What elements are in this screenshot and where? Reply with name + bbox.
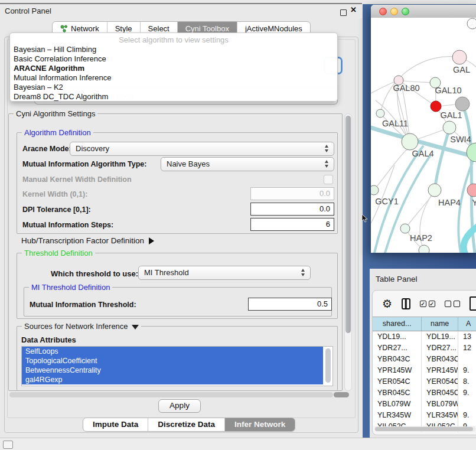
table-cell: YER054C: [422, 376, 458, 387]
column-header[interactable]: A: [458, 317, 476, 331]
node-label: GAL80: [393, 83, 419, 93]
table-cell: YDL19...: [373, 331, 422, 343]
network-node[interactable]: [402, 133, 418, 150]
network-edge: [380, 57, 459, 113]
expanded-arrow-icon: [132, 325, 139, 330]
node-label: HAP2: [410, 233, 432, 243]
algorithm-option[interactable]: ARACNE Algorithm: [10, 64, 337, 73]
network-node[interactable]: [428, 184, 441, 197]
network-node[interactable]: [455, 97, 470, 111]
data-attributes-label: Data Attributes: [21, 335, 76, 344]
tab-infer-network[interactable]: Infer Network: [225, 418, 295, 431]
algorithm-option[interactable]: Bayesian – K2: [10, 83, 337, 92]
new-table-icon[interactable]: [470, 296, 476, 311]
table-cell: YLR345W: [373, 410, 422, 421]
node-label: GAL4: [412, 149, 433, 158]
table-row[interactable]: YBL079WYBL079W: [373, 399, 476, 410]
tab-impute-data[interactable]: Impute Data: [83, 418, 148, 431]
tab-discretize-data[interactable]: Discretize Data: [148, 418, 225, 431]
table-row[interactable]: YLR345WYLR345W9.: [373, 410, 476, 421]
network-node[interactable]: [443, 121, 456, 134]
network-node[interactable]: [467, 143, 476, 162]
settings-vertical-scrollbar[interactable]: [344, 113, 352, 391]
control-panel-titlebar: Control Panel ✕: [0, 4, 362, 18]
which-threshold-combo[interactable]: MI Threshold: [138, 266, 311, 280]
zoom-traffic-light-icon[interactable]: [402, 8, 409, 15]
table-row[interactable]: YPR145WYPR145W9.: [373, 365, 476, 376]
node-table[interactable]: shared...nameA YDL19...YDL19...13YDR27..…: [373, 317, 476, 426]
close-traffic-light-icon[interactable]: [379, 8, 387, 15]
control-panel-title: Control Panel: [5, 6, 51, 15]
aracne-mode-combo[interactable]: Discovery: [70, 142, 334, 156]
network-edge: [435, 129, 449, 190]
algorithm-definition-legend: Algorithm Definition: [22, 128, 93, 137]
table-cell: 8.: [458, 376, 476, 387]
gear-icon[interactable]: ⚙: [382, 298, 392, 309]
table-cell: 13: [458, 331, 476, 343]
column-header[interactable]: name: [422, 317, 458, 331]
table-row[interactable]: YER054CYER054C8.: [373, 376, 476, 387]
list-scrollbar[interactable]: [325, 348, 331, 383]
kernel-width-field[interactable]: 0.0: [250, 187, 334, 200]
close-panel-icon[interactable]: ✕: [350, 5, 357, 14]
minimize-traffic-light-icon[interactable]: [390, 8, 398, 15]
apply-button[interactable]: Apply: [158, 399, 201, 413]
network-node[interactable]: [452, 50, 467, 64]
table-cell: YBR045C: [373, 387, 422, 399]
column-header[interactable]: shared...: [373, 317, 422, 331]
table-cell: YLR345W: [422, 410, 458, 421]
table-toolbar: ⚙ ✓✓: [373, 291, 476, 317]
settings-horizontal-scrollbar[interactable]: [8, 392, 350, 398]
table-rows: YDL19...YDL19...13YDR27...YDR27...12YBR0…: [373, 331, 476, 432]
table-row[interactable]: YDL19...YDL19...13: [373, 331, 476, 343]
table-horizontal-scrollbar[interactable]: [374, 426, 476, 432]
network-node[interactable]: [467, 18, 476, 29]
network-node[interactable]: [431, 101, 441, 112]
attribute-item[interactable]: BetweennessCentrality: [22, 366, 323, 375]
float-panel-icon[interactable]: [340, 9, 347, 16]
network-node[interactable]: [376, 109, 384, 118]
columns-icon[interactable]: [402, 298, 410, 309]
node-label: GAL: [453, 65, 470, 74]
mi-threshold-field[interactable]: 0.5: [248, 298, 332, 311]
deselect-all-columns-icon[interactable]: [445, 301, 460, 307]
node-label: GAL10: [435, 86, 461, 95]
minimized-panel-icon[interactable]: [3, 441, 13, 449]
dpi-tolerance-field[interactable]: 0.0: [250, 203, 334, 216]
mi-steps-label: Mutual Information Steps:: [22, 221, 113, 229]
network-node[interactable]: [371, 185, 379, 195]
table-cell: 12: [458, 343, 476, 354]
table-cell: YBL079W: [373, 399, 422, 410]
table-row[interactable]: YDR27...YDR27...12: [373, 343, 476, 354]
attribute-item[interactable]: SelfLoops: [22, 347, 323, 356]
algorithm-option[interactable]: Mutual Information Inference: [10, 73, 337, 83]
algorithm-option[interactable]: Bayesian – Hill Climbing: [10, 45, 337, 54]
network-node[interactable]: [400, 224, 410, 233]
algorithm-option[interactable]: Dream8 DC_TDC Algorithm: [10, 92, 337, 102]
table-cell: YPR145W: [422, 365, 458, 376]
network-canvas[interactable]: GALGAL80GAL10GAL1GAL11SWI4GAL4GCY1HAP4YH…: [371, 18, 476, 253]
network-window-titlebar[interactable]: [371, 5, 476, 18]
attribute-item[interactable]: TopologicalCoefficient: [22, 356, 323, 366]
table-cell: 9.: [458, 410, 476, 421]
sources-legend[interactable]: Sources for Network Inference: [22, 322, 141, 331]
network-node[interactable]: [467, 184, 476, 197]
table-cell: YDR27...: [422, 343, 458, 354]
manual-kernel-width-checkbox[interactable]: [324, 175, 333, 184]
table-panel-title: Table Panel: [376, 275, 418, 283]
select-all-columns-icon[interactable]: ✓✓: [420, 301, 435, 307]
table-row[interactable]: YBR043CYBR043C: [373, 354, 476, 365]
mi-threshold-definition-legend: MI Threshold Definition: [29, 283, 112, 292]
data-attributes-list[interactable]: SelfLoopsTopologicalCoefficientBetweenne…: [21, 346, 333, 386]
hub-definition-toggle[interactable]: Hub/Transcription Factor Definition: [21, 236, 154, 245]
attribute-item[interactable]: gal4RGexp: [22, 375, 323, 384]
table-row[interactable]: YBR045CYBR045C9.: [373, 387, 476, 399]
status-strip: [0, 438, 476, 450]
network-node[interactable]: [419, 245, 429, 253]
algorithm-option[interactable]: Basic Correlation Inference: [10, 54, 337, 64]
mi-steps-field[interactable]: 6: [250, 218, 334, 231]
table-cell: 9.: [458, 365, 476, 376]
node-label: GCY1: [375, 197, 399, 206]
mi-algorithm-type-combo[interactable]: Naive Bayes: [161, 157, 334, 171]
algorithm-dropdown-popup: Select algorithm to view settings Bayesi…: [9, 32, 338, 102]
